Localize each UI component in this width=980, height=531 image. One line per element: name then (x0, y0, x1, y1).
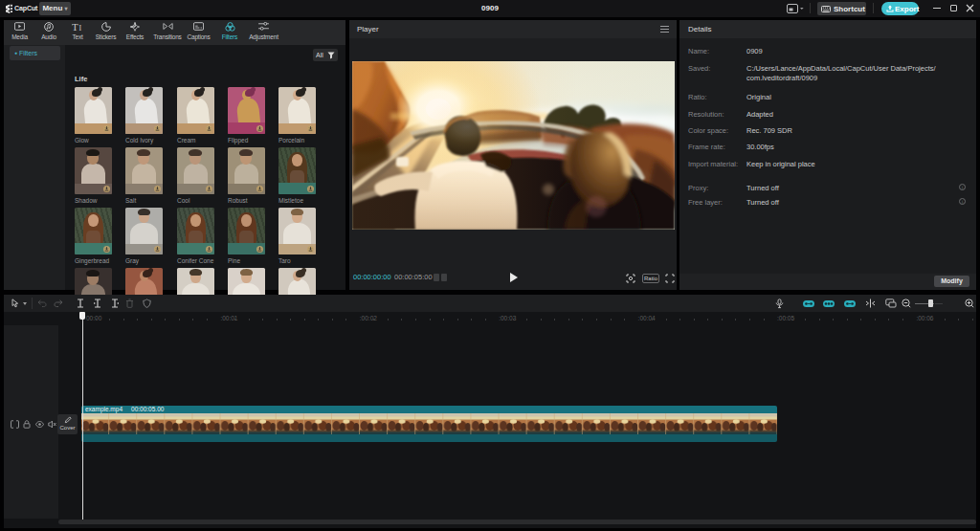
svg-text:T: T (72, 22, 78, 32)
svg-text:I: I (78, 24, 81, 32)
